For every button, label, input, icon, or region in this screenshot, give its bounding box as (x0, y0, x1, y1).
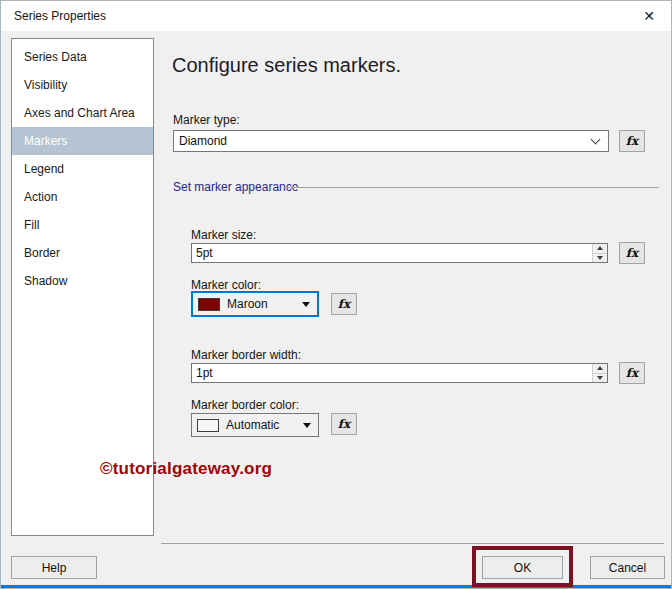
fx-icon: fx (338, 417, 350, 431)
spinner-up-button[interactable] (593, 364, 607, 374)
sidebar-item-fill[interactable]: Fill (12, 211, 153, 239)
sidebar-item-action[interactable]: Action (12, 183, 153, 211)
spinner-up-icon (597, 366, 603, 370)
help-button[interactable]: Help (11, 556, 97, 579)
marker-border-color-fx-button[interactable]: fx (331, 413, 357, 435)
dialog-title: Series Properties (14, 9, 106, 23)
appearance-section-label: Set marker appearance (173, 180, 298, 194)
marker-color-swatch (198, 298, 220, 311)
marker-border-color-swatch (197, 419, 219, 432)
marker-color-label: Marker color: (191, 278, 261, 292)
section-divider (283, 187, 659, 188)
marker-border-width-label: Marker border width: (191, 348, 301, 362)
titlebar: Series Properties ✕ (1, 1, 671, 31)
footer-divider (161, 543, 664, 544)
sidebar-item-shadow[interactable]: Shadow (12, 267, 153, 295)
chevron-down-icon (591, 134, 601, 144)
sidebar-item-series-data[interactable]: Series Data (12, 43, 153, 71)
marker-size-input[interactable] (192, 244, 590, 262)
marker-size-stepper (592, 244, 607, 262)
spinner-up-icon (597, 246, 603, 250)
fx-icon: fx (626, 246, 638, 260)
marker-color-value: Maroon (227, 297, 302, 311)
ok-button[interactable]: OK (482, 556, 563, 579)
marker-color-select[interactable]: Maroon (191, 291, 319, 317)
page-title: Configure series markers. (172, 54, 401, 77)
marker-color-fx-button[interactable]: fx (331, 293, 357, 315)
bottom-accent-bar (1, 585, 671, 588)
sidebar-item-border[interactable]: Border (12, 239, 153, 267)
close-icon: ✕ (643, 8, 655, 24)
marker-size-label: Marker size: (191, 228, 256, 242)
marker-border-width-fx-button[interactable]: fx (619, 362, 645, 384)
marker-type-select[interactable]: Diamond (173, 130, 609, 152)
marker-border-color-select[interactable]: Automatic (191, 413, 319, 437)
close-button[interactable]: ✕ (635, 4, 663, 28)
marker-type-value: Diamond (174, 134, 592, 148)
marker-border-color-value: Automatic (226, 418, 303, 432)
marker-type-label: Marker type: (173, 113, 240, 127)
series-properties-dialog: Series Properties ✕ Series Data Visibili… (0, 0, 672, 589)
cancel-button[interactable]: Cancel (590, 556, 665, 579)
marker-border-color-label: Marker border color: (191, 398, 299, 412)
spinner-down-icon (597, 256, 603, 260)
sidebar-item-axes-and-chart-area[interactable]: Axes and Chart Area (12, 99, 153, 127)
spinner-up-button[interactable] (593, 244, 607, 254)
watermark: ©tutorialgateway.org (100, 459, 272, 479)
marker-border-width-stepper (592, 364, 607, 382)
marker-border-width-field (191, 363, 608, 383)
marker-size-fx-button[interactable]: fx (619, 242, 645, 264)
fx-icon: fx (626, 134, 638, 148)
sidebar-item-markers[interactable]: Markers (12, 127, 153, 155)
dropdown-arrow-icon (302, 302, 310, 307)
spinner-down-icon (597, 376, 603, 380)
fx-icon: fx (626, 366, 638, 380)
spinner-down-button[interactable] (593, 374, 607, 383)
marker-type-fx-button[interactable]: fx (619, 130, 645, 152)
sidebar-item-visibility[interactable]: Visibility (12, 71, 153, 99)
sidebar-item-legend[interactable]: Legend (12, 155, 153, 183)
marker-border-width-input[interactable] (192, 364, 590, 382)
spinner-down-button[interactable] (593, 254, 607, 263)
marker-size-field (191, 243, 608, 263)
dropdown-arrow-icon (303, 423, 311, 428)
fx-icon: fx (338, 297, 350, 311)
